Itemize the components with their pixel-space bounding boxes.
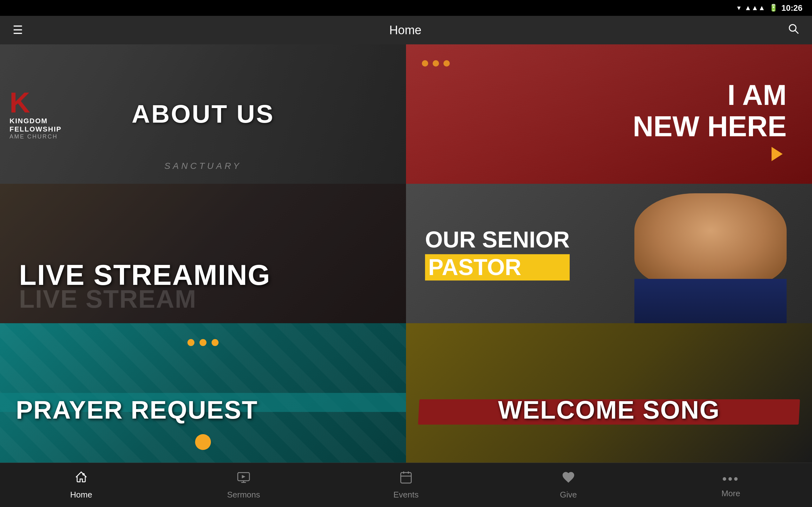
nav-item-events[interactable]: Events xyxy=(325,470,487,500)
home-label: Home xyxy=(70,490,92,500)
logo-kingdom: KINGDOM xyxy=(9,117,48,125)
new-here-tile[interactable]: I AM NEW HERE xyxy=(406,44,812,184)
prayer-request-tile[interactable]: PRAYER REQUEST xyxy=(0,323,406,463)
more-label: More xyxy=(721,489,740,498)
wifi-icon: ▾ xyxy=(737,4,741,12)
sermons-icon xyxy=(237,470,251,487)
svg-marker-2 xyxy=(772,147,783,161)
prayer-dot-2 xyxy=(200,339,206,346)
give-label: Give xyxy=(560,490,577,500)
hamburger-menu-icon[interactable]: ☰ xyxy=(13,23,23,37)
pastor-photo xyxy=(635,193,786,323)
dot-1 xyxy=(422,60,428,66)
svg-line-1 xyxy=(795,31,798,34)
new-here-text: NEW HERE xyxy=(633,111,786,142)
i-am-text: I AM xyxy=(633,79,786,111)
home-icon xyxy=(74,470,88,487)
battery-icon: 🔋 xyxy=(769,4,778,12)
page-title: Home xyxy=(389,23,421,37)
nav-item-more[interactable]: ••• More xyxy=(650,472,812,498)
svg-rect-8 xyxy=(401,472,411,483)
sermons-label: Sermons xyxy=(227,490,260,500)
dot-2 xyxy=(433,60,439,66)
nav-item-sermons[interactable]: Sermons xyxy=(162,470,325,500)
dot-3 xyxy=(444,60,450,66)
give-icon xyxy=(561,470,575,487)
about-us-tile[interactable]: K KINGDOM FELLOWSHIP AME CHURCH SANCTUAR… xyxy=(0,44,406,184)
live-streaming-tile[interactable]: LIVE STREAM LIVE STREAMING xyxy=(0,184,406,323)
pastor-label: OUR SENIOR PASTOR xyxy=(425,227,570,280)
play-icon[interactable] xyxy=(768,145,786,168)
welcome-song-label: WELCOME SONG xyxy=(422,395,796,425)
prayer-dot-3 xyxy=(212,339,218,346)
welcome-song-tile[interactable]: WELCOME SONG xyxy=(406,323,812,463)
events-label: Events xyxy=(393,490,419,500)
status-time: 10:26 xyxy=(781,3,803,13)
live-streaming-label: LIVE STREAMING xyxy=(19,259,270,291)
status-icons: ▾ ▲▲▲ 🔋 10:26 xyxy=(737,3,803,13)
status-bar: ▾ ▲▲▲ 🔋 10:26 xyxy=(0,0,812,16)
signal-icon: ▲▲▲ xyxy=(745,4,765,12)
sanctuary-label: SANCTUARY xyxy=(164,161,242,171)
main-content-grid: K KINGDOM FELLOWSHIP AME CHURCH SANCTUAR… xyxy=(0,44,812,463)
new-here-dots xyxy=(422,60,450,66)
svg-point-0 xyxy=(790,24,796,31)
search-icon[interactable] xyxy=(788,23,799,38)
prayer-dots xyxy=(188,339,218,346)
events-icon xyxy=(399,470,413,487)
prayer-circle xyxy=(195,434,211,450)
senior-pastor-tile[interactable]: OUR SENIOR PASTOR xyxy=(406,184,812,323)
logo-k-letter: K xyxy=(9,89,30,117)
logo-fellowship: FELLOWSHIP xyxy=(9,125,61,133)
pastor-word-text: PASTOR xyxy=(425,254,570,280)
kingdom-logo: K KINGDOM FELLOWSHIP AME CHURCH xyxy=(9,89,61,140)
pastor-face xyxy=(635,193,786,286)
prayer-request-label: PRAYER REQUEST xyxy=(16,395,258,425)
nav-item-home[interactable]: Home xyxy=(0,470,162,500)
svg-point-3 xyxy=(83,473,85,475)
our-senior-text: OUR SENIOR xyxy=(425,227,570,253)
nav-item-give[interactable]: Give xyxy=(487,470,650,500)
new-here-label: I AM NEW HERE xyxy=(633,79,786,142)
top-nav: ☰ Home xyxy=(0,16,812,44)
bottom-navigation: Home Sermons Events xyxy=(0,463,812,507)
about-us-label: ABOUT US xyxy=(132,100,274,129)
logo-church: AME CHURCH xyxy=(9,133,58,140)
svg-marker-7 xyxy=(242,475,246,478)
more-icon: ••• xyxy=(722,472,740,486)
pastor-suit xyxy=(635,279,786,323)
prayer-dot-1 xyxy=(188,339,194,346)
